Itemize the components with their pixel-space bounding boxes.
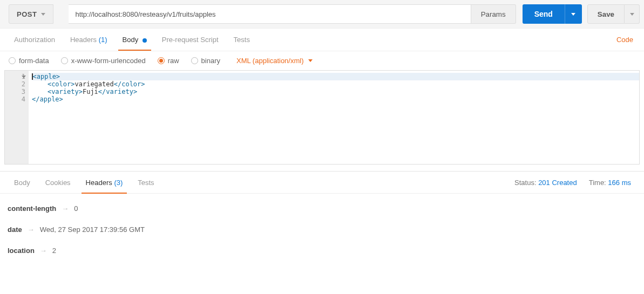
chevron-down-icon bbox=[571, 13, 575, 16]
line-number: 4 bbox=[5, 95, 25, 103]
code-line: <variety>Fuji</variety> bbox=[32, 88, 639, 95]
line-number: 3 bbox=[5, 88, 25, 95]
code-line: <color>variegated</color> bbox=[32, 80, 639, 88]
radio-icon bbox=[191, 57, 198, 64]
time-value: 166 ms bbox=[608, 179, 631, 187]
tab-response-body[interactable]: Body bbox=[6, 172, 38, 193]
url-input[interactable] bbox=[69, 4, 471, 24]
params-button[interactable]: Params bbox=[471, 4, 516, 24]
line-number: 2 bbox=[5, 80, 25, 88]
tab-response-tests[interactable]: Tests bbox=[130, 172, 161, 193]
save-button[interactable]: Save bbox=[587, 4, 625, 24]
content-type-label: XML (application/xml) bbox=[236, 57, 304, 65]
header-value: Wed, 27 Sep 2017 17:39:56 GMT bbox=[40, 225, 145, 234]
unsaved-dot-icon bbox=[143, 38, 147, 43]
body-options: form-data x-www-form-urlencoded raw bina… bbox=[0, 51, 644, 70]
radio-icon bbox=[158, 57, 165, 64]
time-label: Time: bbox=[589, 179, 606, 187]
chevron-down-icon bbox=[630, 13, 634, 16]
body-editor[interactable]: 1 2 3 4 <apple> <color>variegated</color… bbox=[4, 70, 640, 165]
status-label: Status: bbox=[514, 179, 536, 187]
send-dropdown-button[interactable] bbox=[565, 4, 582, 24]
radio-raw-label: raw bbox=[168, 57, 179, 65]
radio-urlencoded-label: x-www-form-urlencoded bbox=[71, 57, 146, 65]
tab-pre-request-script[interactable]: Pre-request Script bbox=[154, 29, 226, 50]
tab-tests[interactable]: Tests bbox=[226, 29, 257, 50]
status-value: 201 Created bbox=[538, 179, 577, 187]
http-method-select[interactable]: POST bbox=[9, 4, 53, 24]
header-row: content-length → 0 bbox=[8, 198, 636, 219]
content-type-select[interactable]: XML (application/xml) bbox=[236, 57, 313, 65]
request-tabs: Authorization Headers (1) Body Pre-reque… bbox=[0, 29, 644, 51]
code-line: </apple> bbox=[32, 95, 639, 103]
editor-content[interactable]: <apple> <color>variegated</color> <varie… bbox=[29, 71, 639, 164]
radio-urlencoded[interactable]: x-www-form-urlencoded bbox=[61, 57, 146, 65]
radio-raw[interactable]: raw bbox=[158, 57, 179, 65]
header-name: content-length bbox=[8, 204, 56, 213]
header-row: date → Wed, 27 Sep 2017 17:39:56 GMT bbox=[8, 219, 636, 240]
code-link[interactable]: Code bbox=[612, 29, 638, 50]
tab-headers-count: (1) bbox=[99, 36, 107, 44]
header-name: location bbox=[8, 247, 35, 255]
arrow-right-icon: → bbox=[28, 225, 35, 234]
radio-form-data[interactable]: form-data bbox=[9, 57, 49, 65]
header-row: location → 2 bbox=[8, 240, 636, 261]
tab-request-headers[interactable]: Headers (1) bbox=[63, 29, 115, 50]
save-dropdown-button[interactable] bbox=[625, 4, 640, 24]
fold-triangle-icon bbox=[22, 76, 26, 78]
header-value: 2 bbox=[52, 247, 56, 255]
chevron-down-icon bbox=[308, 59, 313, 62]
radio-binary-label: binary bbox=[201, 57, 220, 65]
radio-icon bbox=[61, 57, 68, 64]
tab-response-headers[interactable]: Headers (3) bbox=[78, 172, 131, 193]
tab-response-cookies[interactable]: Cookies bbox=[38, 172, 78, 193]
radio-form-data-label: form-data bbox=[19, 57, 49, 65]
tab-response-headers-count: (3) bbox=[114, 179, 123, 187]
http-method-label: POST bbox=[17, 10, 37, 18]
request-toolbar: POST Params Send Save bbox=[0, 0, 644, 29]
header-value: 0 bbox=[74, 204, 78, 213]
tab-body-label: Body bbox=[123, 36, 139, 44]
response-headers-table: content-length → 0 date → Wed, 27 Sep 20… bbox=[0, 194, 644, 272]
send-button[interactable]: Send bbox=[523, 4, 565, 24]
editor-gutter: 1 2 3 4 bbox=[5, 71, 29, 164]
arrow-right-icon: → bbox=[40, 247, 47, 255]
response-meta: Status: 201 Created Time: 166 ms bbox=[514, 179, 638, 187]
radio-binary[interactable]: binary bbox=[191, 57, 220, 65]
code-line: <apple> bbox=[32, 73, 639, 80]
chevron-down-icon bbox=[41, 13, 45, 16]
arrow-right-icon: → bbox=[62, 204, 69, 213]
tab-authorization[interactable]: Authorization bbox=[6, 29, 63, 50]
radio-icon bbox=[9, 57, 16, 64]
header-name: date bbox=[8, 225, 22, 234]
response-tabs: Body Cookies Headers (3) Tests Status: 2… bbox=[0, 171, 644, 194]
tab-body[interactable]: Body bbox=[115, 29, 154, 50]
tab-response-headers-label: Headers bbox=[86, 179, 112, 187]
tab-headers-label: Headers bbox=[70, 36, 97, 44]
